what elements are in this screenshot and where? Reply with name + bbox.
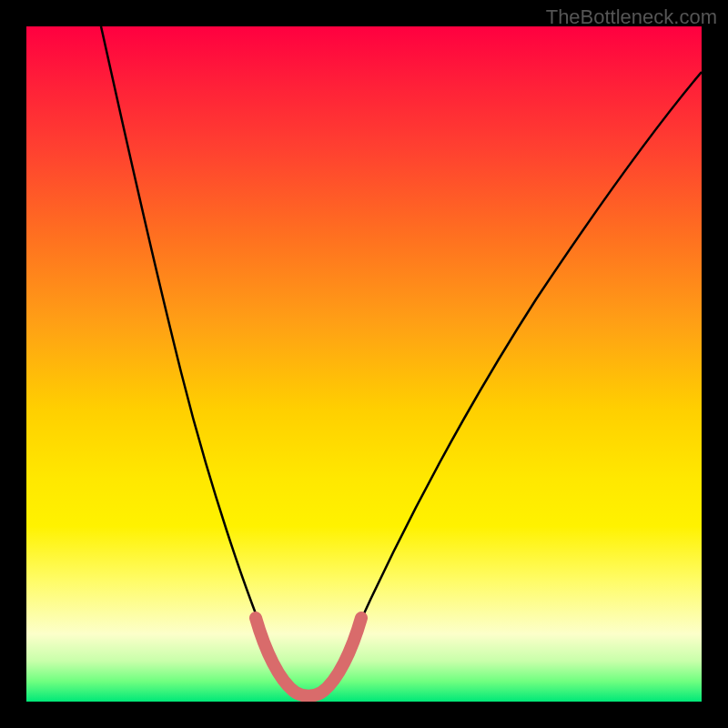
chart-plot-area [26, 26, 702, 702]
watermark-text: TheBottleneck.com [546, 5, 717, 29]
valley-highlight [256, 618, 361, 696]
bottleneck-curve [101, 26, 702, 695]
chart-svg [26, 26, 702, 702]
